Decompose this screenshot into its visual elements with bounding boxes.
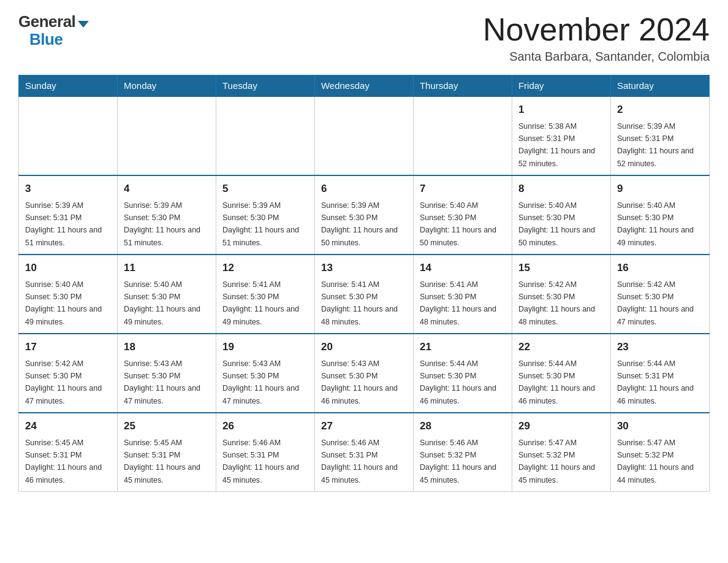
day-number: 7 xyxy=(420,181,506,197)
day-number: 26 xyxy=(222,418,308,434)
day-number: 27 xyxy=(321,418,407,434)
table-row xyxy=(19,96,118,175)
day-detail: Sunrise: 5:46 AMSunset: 5:32 PMDaylight:… xyxy=(420,439,496,484)
day-number: 6 xyxy=(321,181,407,197)
calendar-table: Sunday Monday Tuesday Wednesday Thursday… xyxy=(18,75,710,492)
table-row: 4Sunrise: 5:39 AMSunset: 5:30 PMDaylight… xyxy=(117,175,216,255)
calendar-week-row: 3Sunrise: 5:39 AMSunset: 5:31 PMDaylight… xyxy=(19,175,710,255)
logo: General Blue xyxy=(18,12,89,49)
day-detail: Sunrise: 5:43 AMSunset: 5:30 PMDaylight:… xyxy=(124,359,200,405)
table-row: 20Sunrise: 5:43 AMSunset: 5:30 PMDayligh… xyxy=(314,334,413,413)
day-number: 1 xyxy=(518,102,604,118)
col-tuesday: Tuesday xyxy=(216,75,314,97)
day-number: 23 xyxy=(617,339,703,355)
day-number: 24 xyxy=(25,418,111,434)
day-number: 15 xyxy=(518,260,604,276)
day-number: 14 xyxy=(420,260,506,276)
day-detail: Sunrise: 5:42 AMSunset: 5:30 PMDaylight:… xyxy=(518,280,595,326)
table-row: 6Sunrise: 5:39 AMSunset: 5:30 PMDaylight… xyxy=(314,175,413,255)
col-wednesday: Wednesday xyxy=(314,75,413,97)
month-title: November 2024 xyxy=(483,12,710,47)
day-detail: Sunrise: 5:39 AMSunset: 5:31 PMDaylight:… xyxy=(25,201,102,247)
table-row: 29Sunrise: 5:47 AMSunset: 5:32 PMDayligh… xyxy=(512,413,610,492)
day-detail: Sunrise: 5:42 AMSunset: 5:30 PMDaylight:… xyxy=(25,359,102,405)
day-detail: Sunrise: 5:40 AMSunset: 5:30 PMDaylight:… xyxy=(25,280,102,326)
day-detail: Sunrise: 5:44 AMSunset: 5:30 PMDaylight:… xyxy=(420,359,496,405)
table-row: 1Sunrise: 5:38 AMSunset: 5:31 PMDaylight… xyxy=(512,96,610,175)
table-row: 23Sunrise: 5:44 AMSunset: 5:31 PMDayligh… xyxy=(610,334,709,413)
table-row: 22Sunrise: 5:44 AMSunset: 5:30 PMDayligh… xyxy=(512,334,610,413)
day-number: 13 xyxy=(321,260,407,276)
table-row: 2Sunrise: 5:39 AMSunset: 5:31 PMDaylight… xyxy=(610,96,709,175)
table-row: 12Sunrise: 5:41 AMSunset: 5:30 PMDayligh… xyxy=(216,255,314,334)
day-detail: Sunrise: 5:41 AMSunset: 5:30 PMDaylight:… xyxy=(222,280,299,326)
table-row: 15Sunrise: 5:42 AMSunset: 5:30 PMDayligh… xyxy=(512,255,610,334)
table-row: 17Sunrise: 5:42 AMSunset: 5:30 PMDayligh… xyxy=(19,334,118,413)
day-detail: Sunrise: 5:40 AMSunset: 5:30 PMDaylight:… xyxy=(420,201,496,247)
day-number: 5 xyxy=(222,181,308,197)
day-detail: Sunrise: 5:46 AMSunset: 5:31 PMDaylight:… xyxy=(222,439,299,484)
calendar-week-row: 24Sunrise: 5:45 AMSunset: 5:31 PMDayligh… xyxy=(19,413,710,492)
day-detail: Sunrise: 5:40 AMSunset: 5:30 PMDaylight:… xyxy=(124,280,200,326)
day-detail: Sunrise: 5:45 AMSunset: 5:31 PMDaylight:… xyxy=(25,439,102,484)
table-row: 21Sunrise: 5:44 AMSunset: 5:30 PMDayligh… xyxy=(413,334,512,413)
day-detail: Sunrise: 5:47 AMSunset: 5:32 PMDaylight:… xyxy=(518,439,595,484)
col-sunday: Sunday xyxy=(19,75,118,97)
logo-general-text: General xyxy=(18,12,75,31)
table-row: 25Sunrise: 5:45 AMSunset: 5:31 PMDayligh… xyxy=(117,413,216,492)
day-detail: Sunrise: 5:39 AMSunset: 5:30 PMDaylight:… xyxy=(321,201,398,247)
day-number: 18 xyxy=(124,339,210,355)
logo-blue-text: Blue xyxy=(18,30,63,49)
day-detail: Sunrise: 5:40 AMSunset: 5:30 PMDaylight:… xyxy=(518,201,595,247)
day-detail: Sunrise: 5:40 AMSunset: 5:30 PMDaylight:… xyxy=(617,201,694,247)
day-number: 9 xyxy=(617,181,703,197)
table-row: 11Sunrise: 5:40 AMSunset: 5:30 PMDayligh… xyxy=(117,255,216,334)
day-detail: Sunrise: 5:47 AMSunset: 5:32 PMDaylight:… xyxy=(617,439,694,484)
table-row: 9Sunrise: 5:40 AMSunset: 5:30 PMDaylight… xyxy=(610,175,709,255)
day-detail: Sunrise: 5:43 AMSunset: 5:30 PMDaylight:… xyxy=(321,359,398,405)
table-row: 30Sunrise: 5:47 AMSunset: 5:32 PMDayligh… xyxy=(610,413,709,492)
day-number: 10 xyxy=(25,260,111,276)
title-block: November 2024 Santa Barbara, Santander, … xyxy=(483,12,710,64)
table-row: 3Sunrise: 5:39 AMSunset: 5:31 PMDaylight… xyxy=(19,175,118,255)
day-detail: Sunrise: 5:42 AMSunset: 5:30 PMDaylight:… xyxy=(617,280,694,326)
day-number: 2 xyxy=(617,102,703,118)
col-saturday: Saturday xyxy=(610,75,709,97)
day-detail: Sunrise: 5:44 AMSunset: 5:30 PMDaylight:… xyxy=(518,359,595,405)
day-detail: Sunrise: 5:39 AMSunset: 5:30 PMDaylight:… xyxy=(124,201,200,247)
day-detail: Sunrise: 5:41 AMSunset: 5:30 PMDaylight:… xyxy=(321,280,398,326)
day-detail: Sunrise: 5:38 AMSunset: 5:31 PMDaylight:… xyxy=(518,122,595,168)
day-detail: Sunrise: 5:45 AMSunset: 5:31 PMDaylight:… xyxy=(124,439,200,484)
page-header: General Blue November 2024 Santa Barbara… xyxy=(18,12,710,64)
day-number: 30 xyxy=(617,418,703,434)
day-number: 16 xyxy=(617,260,703,276)
table-row xyxy=(314,96,413,175)
logo-triangle-icon xyxy=(78,21,89,28)
calendar-header-row: Sunday Monday Tuesday Wednesday Thursday… xyxy=(19,75,710,97)
table-row: 7Sunrise: 5:40 AMSunset: 5:30 PMDaylight… xyxy=(413,175,512,255)
col-thursday: Thursday xyxy=(413,75,512,97)
table-row: 28Sunrise: 5:46 AMSunset: 5:32 PMDayligh… xyxy=(413,413,512,492)
day-number: 20 xyxy=(321,339,407,355)
day-number: 21 xyxy=(420,339,506,355)
day-number: 25 xyxy=(124,418,210,434)
table-row: 16Sunrise: 5:42 AMSunset: 5:30 PMDayligh… xyxy=(610,255,709,334)
table-row: 24Sunrise: 5:45 AMSunset: 5:31 PMDayligh… xyxy=(19,413,118,492)
day-detail: Sunrise: 5:41 AMSunset: 5:30 PMDaylight:… xyxy=(420,280,496,326)
calendar-week-row: 1Sunrise: 5:38 AMSunset: 5:31 PMDaylight… xyxy=(19,96,710,175)
table-row: 5Sunrise: 5:39 AMSunset: 5:30 PMDaylight… xyxy=(216,175,314,255)
table-row xyxy=(413,96,512,175)
day-number: 3 xyxy=(25,181,111,197)
table-row xyxy=(216,96,314,175)
day-number: 8 xyxy=(518,181,604,197)
col-monday: Monday xyxy=(117,75,216,97)
table-row: 13Sunrise: 5:41 AMSunset: 5:30 PMDayligh… xyxy=(314,255,413,334)
day-number: 17 xyxy=(25,339,111,355)
day-number: 4 xyxy=(124,181,210,197)
day-detail: Sunrise: 5:39 AMSunset: 5:30 PMDaylight:… xyxy=(222,201,299,247)
table-row: 8Sunrise: 5:40 AMSunset: 5:30 PMDaylight… xyxy=(512,175,610,255)
table-row: 27Sunrise: 5:46 AMSunset: 5:31 PMDayligh… xyxy=(314,413,413,492)
calendar-week-row: 10Sunrise: 5:40 AMSunset: 5:30 PMDayligh… xyxy=(19,255,710,334)
day-detail: Sunrise: 5:43 AMSunset: 5:30 PMDaylight:… xyxy=(222,359,299,405)
day-detail: Sunrise: 5:44 AMSunset: 5:31 PMDaylight:… xyxy=(617,359,694,405)
